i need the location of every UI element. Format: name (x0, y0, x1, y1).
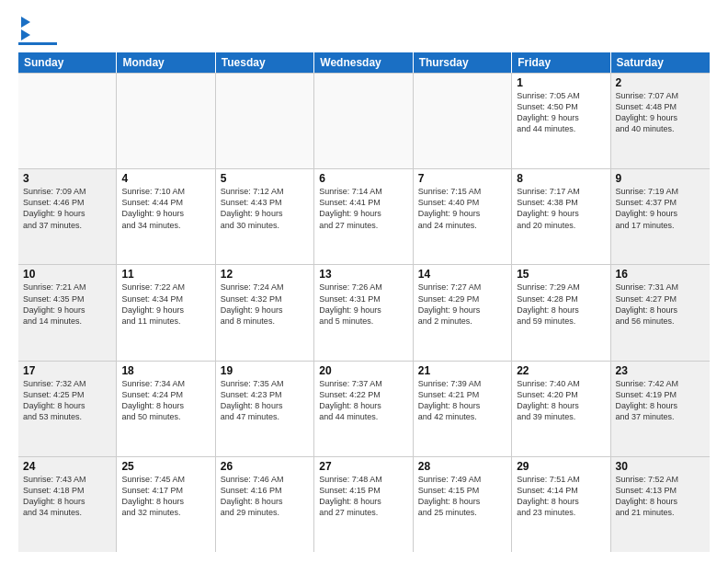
day-number: 6 (319, 172, 407, 185)
logo-underline (18, 42, 57, 45)
calendar-week-3: 10Sunrise: 7:21 AM Sunset: 4:35 PM Dayli… (18, 264, 710, 360)
calendar-cell: 24Sunrise: 7:43 AM Sunset: 4:18 PM Dayli… (18, 457, 117, 552)
calendar-cell: 1Sunrise: 7:05 AM Sunset: 4:50 PM Daylig… (512, 74, 610, 168)
calendar-cell: 30Sunrise: 7:52 AM Sunset: 4:13 PM Dayli… (611, 457, 710, 552)
day-number: 7 (418, 172, 506, 185)
calendar-cell: 25Sunrise: 7:45 AM Sunset: 4:17 PM Dayli… (117, 457, 215, 552)
day-number: 5 (221, 172, 309, 185)
calendar-cell: 18Sunrise: 7:34 AM Sunset: 4:24 PM Dayli… (117, 362, 215, 456)
day-info: Sunrise: 7:21 AM Sunset: 4:35 PM Dayligh… (23, 282, 111, 327)
day-info: Sunrise: 7:39 AM Sunset: 4:21 PM Dayligh… (418, 378, 506, 423)
calendar-cell: 29Sunrise: 7:51 AM Sunset: 4:14 PM Dayli… (512, 457, 610, 552)
day-number: 27 (319, 460, 407, 473)
day-info: Sunrise: 7:07 AM Sunset: 4:48 PM Dayligh… (616, 90, 705, 135)
day-number: 23 (616, 364, 705, 377)
calendar-cell: 11Sunrise: 7:22 AM Sunset: 4:34 PM Dayli… (117, 265, 215, 360)
day-number: 13 (319, 268, 407, 281)
weekday-header-wednesday: Wednesday (314, 52, 413, 73)
day-info: Sunrise: 7:46 AM Sunset: 4:16 PM Dayligh… (221, 474, 309, 519)
day-info: Sunrise: 7:10 AM Sunset: 4:44 PM Dayligh… (121, 186, 210, 231)
logo (18, 15, 57, 45)
calendar-cell: 8Sunrise: 7:17 AM Sunset: 4:38 PM Daylig… (512, 169, 610, 264)
day-number: 3 (23, 172, 111, 185)
day-number: 17 (23, 364, 111, 377)
day-number: 12 (221, 268, 309, 281)
day-number: 16 (616, 268, 705, 281)
calendar-cell: 21Sunrise: 7:39 AM Sunset: 4:21 PM Dayli… (414, 362, 512, 456)
calendar-cell: 5Sunrise: 7:12 AM Sunset: 4:43 PM Daylig… (216, 169, 314, 264)
day-number: 18 (121, 364, 210, 377)
calendar-cell: 3Sunrise: 7:09 AM Sunset: 4:46 PM Daylig… (18, 169, 117, 264)
day-number: 11 (121, 268, 210, 281)
page: SundayMondayTuesdayWednesdayThursdayFrid… (0, 0, 728, 563)
day-info: Sunrise: 7:51 AM Sunset: 4:14 PM Dayligh… (517, 474, 605, 519)
day-number: 9 (616, 172, 705, 185)
day-number: 10 (23, 268, 111, 281)
calendar-cell: 10Sunrise: 7:21 AM Sunset: 4:35 PM Dayli… (18, 265, 117, 360)
weekday-header-sunday: Sunday (18, 52, 117, 73)
calendar-cell (216, 74, 314, 168)
day-info: Sunrise: 7:09 AM Sunset: 4:46 PM Dayligh… (23, 186, 111, 231)
header (18, 15, 710, 45)
day-info: Sunrise: 7:43 AM Sunset: 4:18 PM Dayligh… (23, 474, 111, 519)
day-number: 21 (418, 364, 506, 377)
day-number: 29 (517, 460, 605, 473)
day-number: 30 (616, 460, 705, 473)
calendar-cell: 6Sunrise: 7:14 AM Sunset: 4:41 PM Daylig… (314, 169, 413, 264)
day-info: Sunrise: 7:17 AM Sunset: 4:38 PM Dayligh… (517, 186, 605, 231)
day-info: Sunrise: 7:26 AM Sunset: 4:31 PM Dayligh… (319, 282, 407, 327)
calendar-week-4: 17Sunrise: 7:32 AM Sunset: 4:25 PM Dayli… (18, 361, 710, 456)
calendar-cell: 27Sunrise: 7:48 AM Sunset: 4:15 PM Dayli… (314, 457, 413, 552)
day-info: Sunrise: 7:35 AM Sunset: 4:23 PM Dayligh… (221, 378, 309, 423)
calendar-cell: 2Sunrise: 7:07 AM Sunset: 4:48 PM Daylig… (611, 74, 710, 168)
day-info: Sunrise: 7:24 AM Sunset: 4:32 PM Dayligh… (221, 282, 309, 327)
calendar-week-5: 24Sunrise: 7:43 AM Sunset: 4:18 PM Dayli… (18, 456, 710, 552)
day-number: 19 (221, 364, 309, 377)
calendar-cell: 4Sunrise: 7:10 AM Sunset: 4:44 PM Daylig… (117, 169, 215, 264)
day-info: Sunrise: 7:12 AM Sunset: 4:43 PM Dayligh… (221, 186, 309, 231)
calendar-cell: 23Sunrise: 7:42 AM Sunset: 4:19 PM Dayli… (611, 362, 710, 456)
calendar-cell (414, 74, 512, 168)
day-info: Sunrise: 7:37 AM Sunset: 4:22 PM Dayligh… (319, 378, 407, 423)
day-info: Sunrise: 7:34 AM Sunset: 4:24 PM Dayligh… (121, 378, 210, 423)
day-info: Sunrise: 7:05 AM Sunset: 4:50 PM Dayligh… (517, 90, 605, 135)
calendar-cell (18, 74, 117, 168)
day-info: Sunrise: 7:52 AM Sunset: 4:13 PM Dayligh… (616, 474, 705, 519)
calendar-cell: 13Sunrise: 7:26 AM Sunset: 4:31 PM Dayli… (314, 265, 413, 360)
day-number: 28 (418, 460, 506, 473)
day-number: 4 (121, 172, 210, 185)
weekday-header-monday: Monday (117, 52, 215, 73)
day-info: Sunrise: 7:19 AM Sunset: 4:37 PM Dayligh… (616, 186, 705, 231)
day-number: 26 (221, 460, 309, 473)
calendar-week-1: 1Sunrise: 7:05 AM Sunset: 4:50 PM Daylig… (18, 73, 710, 168)
day-info: Sunrise: 7:40 AM Sunset: 4:20 PM Dayligh… (517, 378, 605, 423)
day-info: Sunrise: 7:45 AM Sunset: 4:17 PM Dayligh… (121, 474, 210, 519)
weekday-header-friday: Friday (512, 52, 610, 73)
calendar-body: 1Sunrise: 7:05 AM Sunset: 4:50 PM Daylig… (18, 73, 710, 552)
day-number: 22 (517, 364, 605, 377)
calendar-cell: 9Sunrise: 7:19 AM Sunset: 4:37 PM Daylig… (611, 169, 710, 264)
day-info: Sunrise: 7:32 AM Sunset: 4:25 PM Dayligh… (23, 378, 111, 423)
calendar-cell: 22Sunrise: 7:40 AM Sunset: 4:20 PM Dayli… (512, 362, 610, 456)
day-info: Sunrise: 7:42 AM Sunset: 4:19 PM Dayligh… (616, 378, 705, 423)
calendar-cell: 12Sunrise: 7:24 AM Sunset: 4:32 PM Dayli… (216, 265, 314, 360)
calendar-header: SundayMondayTuesdayWednesdayThursdayFrid… (18, 52, 710, 73)
day-number: 20 (319, 364, 407, 377)
calendar-cell: 26Sunrise: 7:46 AM Sunset: 4:16 PM Dayli… (216, 457, 314, 552)
calendar-cell (117, 74, 215, 168)
calendar-cell: 14Sunrise: 7:27 AM Sunset: 4:29 PM Dayli… (414, 265, 512, 360)
calendar: SundayMondayTuesdayWednesdayThursdayFrid… (18, 52, 710, 552)
calendar-cell: 20Sunrise: 7:37 AM Sunset: 4:22 PM Dayli… (314, 362, 413, 456)
day-number: 24 (23, 460, 111, 473)
day-info: Sunrise: 7:15 AM Sunset: 4:40 PM Dayligh… (418, 186, 506, 231)
day-number: 1 (517, 76, 605, 89)
day-info: Sunrise: 7:49 AM Sunset: 4:15 PM Dayligh… (418, 474, 506, 519)
day-info: Sunrise: 7:14 AM Sunset: 4:41 PM Dayligh… (319, 186, 407, 231)
day-number: 2 (616, 76, 705, 89)
calendar-cell: 15Sunrise: 7:29 AM Sunset: 4:28 PM Dayli… (512, 265, 610, 360)
calendar-cell: 19Sunrise: 7:35 AM Sunset: 4:23 PM Dayli… (216, 362, 314, 456)
day-info: Sunrise: 7:22 AM Sunset: 4:34 PM Dayligh… (121, 282, 210, 327)
calendar-cell: 28Sunrise: 7:49 AM Sunset: 4:15 PM Dayli… (414, 457, 512, 552)
weekday-header-thursday: Thursday (414, 52, 512, 73)
day-number: 15 (517, 268, 605, 281)
